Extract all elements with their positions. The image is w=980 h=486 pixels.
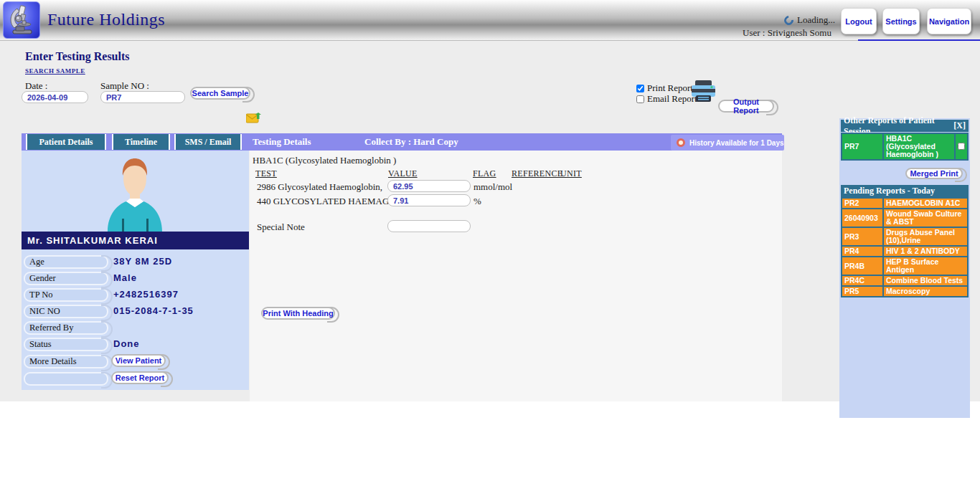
report-code[interactable]: PR4: [842, 246, 883, 257]
field-label-gender: Gender: [24, 272, 108, 285]
report-code[interactable]: PR4C: [842, 275, 883, 286]
logout-button[interactable]: Logout: [841, 8, 877, 34]
field-label-tp-no: TP No: [24, 288, 108, 302]
report-code[interactable]: PR5: [842, 286, 883, 297]
report-name[interactable]: Macroscopy: [883, 286, 968, 297]
merged-print-button[interactable]: Merged Print: [905, 168, 963, 179]
app-header: Future Holdings Loading... User : Srivig…: [0, 0, 980, 41]
col-unit: UNIT: [560, 168, 582, 179]
search-sample-link[interactable]: SEARCH SAMPLE: [25, 67, 85, 75]
col-test: TEST: [255, 168, 277, 179]
print-report-option[interactable]: Print Report: [636, 82, 693, 94]
special-note-input[interactable]: [387, 220, 471, 232]
report-name[interactable]: HEP B Surface Antigen: [883, 257, 968, 275]
test-panel-title: HBA1C (Glycosylated Haemoglobin ): [253, 155, 396, 166]
col-value: VALUE: [388, 168, 418, 179]
navigation-button[interactable]: Navigation: [927, 8, 971, 34]
field-value-age: 38Y 8M 25D: [113, 256, 172, 267]
report-name[interactable]: Wound Swab Culture & ABST: [883, 209, 968, 227]
session-reports-header: Other Reports of Patient Session [X]: [841, 120, 969, 132]
pending-reports-table: PR2 HAEMOGLOBIN A1C 26040903 Wound Swab …: [841, 197, 969, 297]
table-row[interactable]: PR4C Combine Blood Tests: [842, 275, 968, 286]
col-reference: REFERENCE: [512, 168, 562, 179]
tab-bar: Patient Details Timeline SMS / Email Tes…: [22, 133, 782, 151]
field-label-referred-by: Referred By: [24, 321, 108, 335]
field-value-nic-no: 015-2084-7-1-35: [113, 305, 194, 316]
reports-sidebar: Other Reports of Patient Session [X] PR7…: [839, 118, 970, 418]
field-label-blank: [24, 372, 108, 386]
pending-reports-header: Pending Reports - Today: [841, 185, 969, 197]
reset-report-button[interactable]: Reset Report: [111, 371, 169, 384]
test-unit: mmol/mol: [473, 181, 512, 193]
report-code[interactable]: PR2: [842, 198, 883, 209]
settings-button[interactable]: Settings: [882, 8, 920, 34]
app-title: Future Holdings: [47, 10, 165, 29]
testing-details-title: Testing Details: [253, 133, 311, 151]
tab-patient-details[interactable]: Patient Details: [26, 134, 106, 150]
page-title: Enter Testing Results: [25, 50, 130, 63]
report-code[interactable]: PR4B: [842, 257, 883, 275]
test-name: 2986 Glycosylated Haemoglobin,: [257, 181, 382, 193]
field-value-tp-no: +2482516397: [113, 289, 179, 300]
print-with-heading-button[interactable]: Print With Heading: [261, 307, 335, 320]
date-label: Date :: [25, 80, 47, 92]
patient-panel: Mr. SHITALKUMAR KERAI Age 38Y 8M 25D Gen…: [22, 151, 249, 390]
spinner-icon: [782, 14, 795, 27]
history-badge-text: History Available for 1 Days: [689, 139, 784, 147]
logged-in-user: User : Srivignesh Somu: [740, 27, 834, 39]
view-patient-button[interactable]: View Patient: [111, 354, 166, 367]
tab-timeline[interactable]: Timeline: [112, 134, 170, 150]
pending-reports-title: Pending Reports - Today: [844, 186, 935, 196]
patient-name: Mr. SHITALKUMAR KERAI: [22, 232, 249, 249]
date-input[interactable]: [22, 91, 88, 103]
loading-text: Loading...: [797, 14, 835, 26]
test-value-input[interactable]: [387, 194, 471, 206]
field-value-status: Done: [113, 338, 140, 349]
report-name[interactable]: Drugs Abuse Panel (10),Urine: [883, 227, 968, 246]
print-report-label: Print Report: [647, 82, 693, 94]
field-label-nic-no: NIC NO: [24, 305, 108, 318]
report-name[interactable]: Combine Blood Tests: [883, 275, 968, 286]
print-report-checkbox[interactable]: [636, 85, 644, 92]
table-row[interactable]: PR2 HAEMOGLOBIN A1C: [842, 198, 968, 209]
close-icon[interactable]: [X]: [953, 120, 966, 131]
loading-indicator: Loading...: [784, 14, 835, 26]
email-send-icon[interactable]: [246, 112, 261, 127]
merge-select-checkbox[interactable]: [958, 143, 965, 150]
test-value-input[interactable]: [387, 180, 471, 192]
email-report-option[interactable]: Email Report: [636, 93, 697, 105]
history-badge[interactable]: History Available for 1 Days: [671, 135, 784, 151]
table-row[interactable]: 26040903 Wound Swab Culture & ABST: [842, 209, 968, 227]
table-row[interactable]: PR7 HBA1C (Glycosylated Haemoglobin ): [842, 133, 968, 160]
search-sample-button[interactable]: Search Sample: [190, 87, 250, 100]
special-note-label: Special Note: [257, 221, 305, 233]
output-report-button[interactable]: Output Report: [718, 100, 774, 113]
sample-no-input[interactable]: [100, 91, 185, 103]
field-value-gender: Male: [113, 272, 137, 283]
sample-no-label: Sample NO :: [100, 80, 149, 92]
field-label-more-details: More Details: [24, 355, 108, 368]
table-row[interactable]: PR5 Macroscopy: [842, 286, 968, 297]
session-reports-table: PR7 HBA1C (Glycosylated Haemoglobin ): [841, 133, 969, 161]
tab-sms-email[interactable]: SMS / Email: [174, 134, 242, 150]
collect-by-label: Collect By : Hard Copy: [364, 133, 458, 151]
field-label-status: Status: [24, 338, 108, 351]
report-name[interactable]: HBA1C (Glycosylated Haemoglobin ): [883, 133, 955, 160]
patient-avatar: [90, 154, 180, 234]
report-code[interactable]: PR3: [842, 227, 883, 246]
report-code[interactable]: PR7: [842, 133, 883, 160]
table-row[interactable]: PR4 HIV 1 & 2 ANTIBODY: [842, 246, 968, 257]
col-flag: FLAG: [473, 168, 496, 179]
microscope-icon: [3, 1, 40, 39]
clock-icon: [677, 138, 685, 147]
printer-icon: [690, 80, 717, 105]
table-row[interactable]: PR3 Drugs Abuse Panel (10),Urine: [842, 227, 968, 246]
field-label-age: Age: [24, 255, 108, 269]
report-name[interactable]: HAEMOGLOBIN A1C: [883, 198, 968, 209]
table-row[interactable]: PR4B HEP B Surface Antigen: [842, 257, 968, 275]
email-report-checkbox[interactable]: [636, 95, 644, 103]
report-name[interactable]: HIV 1 & 2 ANTIBODY: [883, 246, 968, 257]
test-unit: %: [473, 196, 481, 207]
report-code[interactable]: 26040903: [842, 209, 883, 227]
